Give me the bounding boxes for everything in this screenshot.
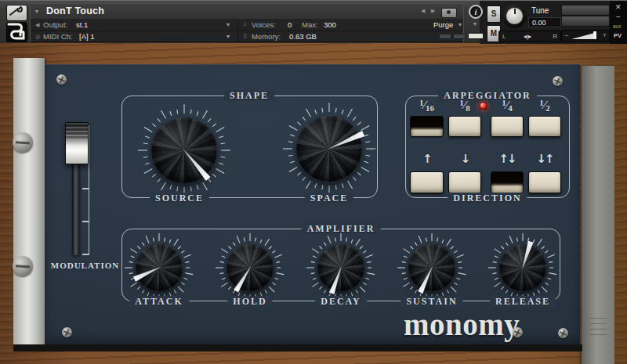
midi-caret-icon[interactable]: ▾	[227, 33, 230, 40]
divider	[31, 31, 463, 31]
tune-knob-cap	[506, 8, 523, 24]
arp-led	[479, 102, 487, 110]
modulation-label: MODULATION	[48, 260, 122, 271]
midi-channel-label: MIDI Ch:	[43, 32, 72, 41]
sustain-knob[interactable]	[396, 232, 468, 304]
close-icon[interactable]: ✕	[615, 3, 622, 11]
rate-button-1-4[interactable]	[491, 116, 524, 137]
direction-up-button[interactable]	[410, 171, 444, 193]
purge-meter-bar	[439, 34, 451, 39]
aux-button[interactable]: aux	[613, 23, 621, 29]
window-controls: ✕ − aux PV	[610, 1, 627, 44]
tune-label: Tune	[531, 6, 549, 15]
max-voices-value[interactable]: 300	[324, 20, 336, 29]
hold-knob[interactable]	[214, 232, 286, 304]
rate-label-1-4: 1⁄4	[491, 99, 524, 112]
pan-slider[interactable]: L ◂|▸ R	[498, 31, 561, 42]
rate-label-1-16: 1⁄16	[410, 99, 444, 112]
panel-screw	[62, 327, 72, 337]
instrument-title: DonT Touch	[46, 5, 104, 16]
kontakt-header: ▾ DonT Touch ◀ ▶ ◀ Output: st.1 ▾ ◎ MIDI…	[0, 0, 627, 43]
rack-screw	[13, 256, 33, 276]
modulation-slider-cap[interactable]	[65, 122, 89, 164]
shape-title: SHAPE	[224, 90, 274, 101]
sustain-label: SUSTAIN	[400, 296, 462, 307]
panel-screw	[553, 76, 563, 86]
pan-center-marker[interactable]: ◂|▸	[524, 33, 531, 40]
direction-label: DIRECTION	[448, 193, 527, 204]
direction-down-button[interactable]	[448, 171, 481, 193]
memory-icon: ▯	[244, 33, 247, 39]
output-caret-icon[interactable]: ▾	[227, 21, 230, 28]
direction-updown-button[interactable]	[491, 171, 524, 193]
snapshot-camera-icon[interactable]	[441, 8, 457, 18]
tune-pointer	[514, 9, 516, 14]
kontakt-logo[interactable]	[6, 22, 27, 42]
volume-minus[interactable]: −	[564, 31, 568, 39]
nav-forward-icon[interactable]: ▶	[431, 8, 435, 14]
info-caret-icon[interactable]: ▾	[473, 20, 477, 27]
pan-left-label: L	[502, 33, 506, 40]
attack-knob[interactable]	[123, 232, 195, 304]
rate-button-1-8[interactable]	[448, 116, 481, 137]
panel-screw	[56, 74, 67, 85]
midi-channel-value[interactable]: [A] 1	[79, 32, 95, 41]
pv-button[interactable]: PV	[614, 32, 622, 39]
info-button[interactable]: i	[469, 5, 483, 19]
volume-plus[interactable]: +	[603, 31, 607, 39]
output-value[interactable]: st.1	[76, 20, 88, 29]
instrument-title-row[interactable]: ▾ DonT Touch ◀ ▶	[31, 4, 463, 19]
panel-screw	[558, 328, 568, 338]
purge-meter-bar-lit	[468, 33, 484, 39]
attack-knob-needle	[133, 264, 163, 282]
direction-downup-button[interactable]	[528, 171, 561, 193]
space-knob[interactable]	[282, 102, 376, 196]
source-label: SOURCE	[150, 193, 209, 204]
midi-icon: ◎	[35, 34, 40, 40]
title-caret-icon[interactable]: ▾	[35, 8, 38, 15]
rate-button-1-2[interactable]	[528, 116, 561, 137]
level-meter-left	[561, 5, 610, 16]
hold-knob-needle	[234, 264, 254, 293]
purge-button[interactable]: Purge	[433, 20, 453, 29]
volume-wedge	[571, 33, 595, 39]
memory-value: 0.63 GB	[289, 32, 317, 41]
purge-meter-bar	[453, 34, 466, 39]
source-knob[interactable]	[137, 103, 231, 197]
minimize-icon[interactable]: −	[616, 13, 621, 21]
logo-dot-screw	[513, 327, 523, 337]
speaker-icon: ◀	[35, 22, 39, 28]
direction-up-label: ↑	[410, 152, 444, 166]
purge-caret-icon[interactable]: ▾	[458, 21, 462, 28]
direction-down-label: ↓	[448, 152, 481, 166]
panel-bottom-shadow	[13, 344, 582, 351]
release-knob[interactable]	[487, 232, 559, 304]
rack-rail-left	[13, 58, 45, 345]
volume-slider[interactable]: − +	[561, 30, 610, 42]
tune-knob[interactable]	[502, 4, 527, 28]
rail-engraving	[589, 318, 607, 340]
tune-value[interactable]: 0.00	[528, 17, 561, 27]
rack-screw	[13, 132, 33, 153]
instrument-header-block[interactable]: ▾ DonT Touch ◀ ▶ ◀ Output: st.1 ▾ ◎ MIDI…	[30, 3, 464, 42]
hold-label: HOLD	[227, 296, 272, 307]
rate-button-1-16[interactable]	[410, 116, 444, 137]
level-meter-right	[561, 16, 610, 27]
direction-downup-label: ↓↑	[528, 152, 561, 166]
voices-icon: ♪	[244, 21, 247, 27]
memory-label: Memory:	[252, 32, 281, 41]
volume-handle[interactable]	[593, 31, 596, 39]
decay-label: DECAY	[315, 296, 367, 307]
brand-logo: monomy	[404, 307, 520, 342]
direction-updown-label: ↑↓	[491, 152, 524, 166]
attack-label: ATTACK	[129, 296, 189, 307]
nav-back-icon[interactable]: ◀	[421, 8, 425, 14]
output-label: Output:	[43, 20, 67, 29]
solo-button[interactable]: S	[487, 5, 501, 23]
decay-knob[interactable]	[305, 232, 377, 304]
sustain-knob-needle	[418, 265, 436, 294]
instrument-panel: MODULATION SHAPE SOURCE SPACE ARPEGGIATO…	[45, 64, 580, 344]
modulation-scale	[89, 125, 89, 255]
wrench-button[interactable]	[6, 5, 27, 21]
space-knob-needle	[326, 130, 364, 153]
